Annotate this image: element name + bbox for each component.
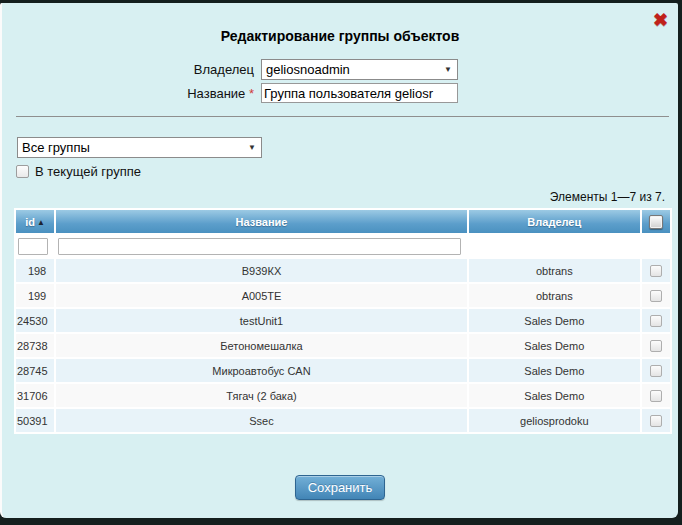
- cell-owner: Sales Demo: [469, 384, 640, 407]
- table-row[interactable]: 31706Тягач (2 бака)Sales Demo: [16, 384, 670, 407]
- groups-filter-select[interactable]: Все группы: [17, 137, 262, 158]
- row-checkbox[interactable]: [650, 415, 662, 427]
- header-id-label: id: [25, 216, 35, 228]
- table-body: 198В939КХobtrans199А005ТЕobtrans24530tes…: [16, 259, 670, 432]
- cell-name: Микроавтобус CAN: [56, 359, 467, 382]
- cell-owner: Sales Demo: [469, 359, 640, 382]
- cell-checkbox: [642, 409, 670, 432]
- edit-group-dialog: ✖ Редактирование группы объектов Владеле…: [0, 3, 678, 518]
- in-current-group-label: В текущей группе: [35, 164, 141, 179]
- row-checkbox[interactable]: [650, 290, 662, 302]
- table-header-row: id▲ Название Владелец: [16, 210, 670, 233]
- cell-owner: geliosprodoku: [469, 409, 640, 432]
- cell-owner: Sales Demo: [469, 334, 640, 357]
- row-checkbox[interactable]: [650, 365, 662, 377]
- group-form: Владелец geliosnoadmin ▼ Название *: [2, 59, 678, 103]
- save-button[interactable]: Сохранить: [295, 475, 386, 500]
- row-checkbox[interactable]: [650, 340, 662, 352]
- table-row[interactable]: 198В939КХobtrans: [16, 259, 670, 282]
- row-checkbox[interactable]: [650, 315, 662, 327]
- table-row[interactable]: 199А005ТЕobtrans: [16, 284, 670, 307]
- cell-owner: obtrans: [469, 284, 640, 307]
- cell-name: Ssec: [56, 409, 467, 432]
- required-mark: *: [249, 86, 254, 101]
- cell-id: 28745: [16, 359, 54, 382]
- cell-owner: obtrans: [469, 259, 640, 282]
- close-icon[interactable]: ✖: [653, 11, 668, 29]
- cell-checkbox: [642, 359, 670, 382]
- cell-id: 199: [16, 284, 54, 307]
- owner-label: Владелец: [2, 62, 261, 77]
- owner-select[interactable]: geliosnoadmin: [261, 59, 458, 80]
- cell-name: testUnit1: [56, 309, 467, 332]
- cell-name: В939КХ: [56, 259, 467, 282]
- row-checkbox[interactable]: [650, 265, 662, 277]
- id-filter-input[interactable]: [18, 238, 48, 255]
- cell-id: 31706: [16, 384, 54, 407]
- in-current-group-checkbox[interactable]: [16, 165, 29, 178]
- name-label-text: Название: [187, 86, 245, 101]
- select-all-checkbox[interactable]: [649, 215, 663, 229]
- table-row[interactable]: 24530testUnit1Sales Demo: [16, 309, 670, 332]
- divider: [16, 116, 669, 117]
- header-name[interactable]: Название: [56, 210, 467, 233]
- objects-table: id▲ Название Владелец 198В939КХobtrans19…: [14, 208, 672, 434]
- sort-asc-icon: ▲: [37, 218, 45, 227]
- cell-id: 50391: [16, 409, 54, 432]
- group-name-input[interactable]: [261, 83, 458, 103]
- filter-row: [16, 235, 670, 257]
- cell-name: Тягач (2 бака): [56, 384, 467, 407]
- table-row[interactable]: 50391Ssecgeliosprodoku: [16, 409, 670, 432]
- cell-checkbox: [642, 384, 670, 407]
- dialog-title: Редактирование группы объектов: [2, 28, 678, 44]
- cell-id: 24530: [16, 309, 54, 332]
- name-label: Название *: [2, 86, 261, 101]
- header-owner[interactable]: Владелец: [469, 210, 640, 233]
- header-id[interactable]: id▲: [16, 210, 54, 233]
- cell-checkbox: [642, 259, 670, 282]
- name-filter-input[interactable]: [58, 238, 461, 255]
- row-checkbox[interactable]: [650, 390, 662, 402]
- cell-checkbox: [642, 334, 670, 357]
- table-row[interactable]: 28745Микроавтобус CANSales Demo: [16, 359, 670, 382]
- cell-checkbox: [642, 284, 670, 307]
- cell-id: 198: [16, 259, 54, 282]
- pagination-info: Элементы 1—7 из 7.: [2, 190, 665, 204]
- cell-name: А005ТЕ: [56, 284, 467, 307]
- cell-name: Бетономешалка: [56, 334, 467, 357]
- cell-checkbox: [642, 309, 670, 332]
- cell-owner: Sales Demo: [469, 309, 640, 332]
- header-select-all: [642, 210, 670, 233]
- table-row[interactable]: 28738БетономешалкаSales Demo: [16, 334, 670, 357]
- cell-id: 28738: [16, 334, 54, 357]
